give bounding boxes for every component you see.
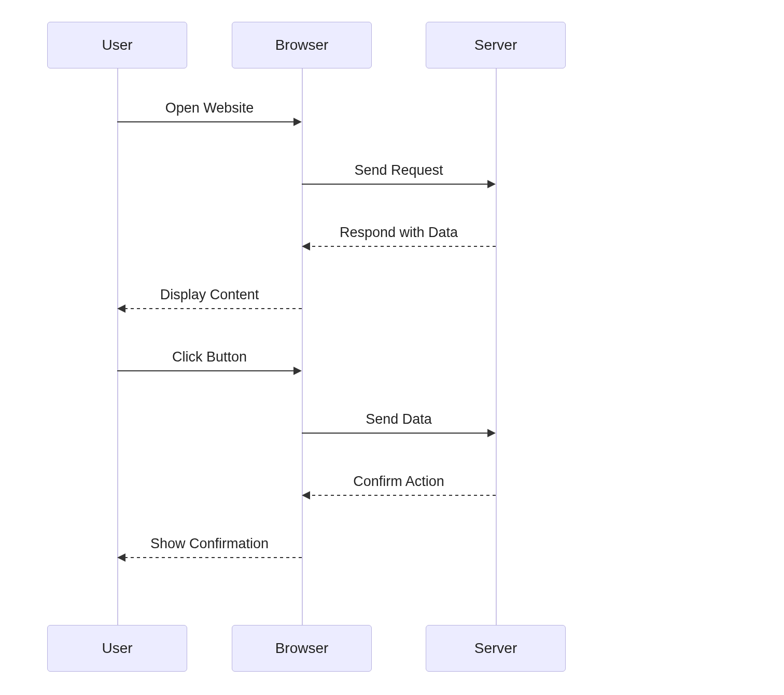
message-label-7: Show Confirmation <box>150 536 269 552</box>
svg-marker-15 <box>117 553 125 562</box>
actor-box-user-top: User <box>47 22 187 68</box>
svg-marker-9 <box>293 367 302 375</box>
svg-marker-1 <box>293 118 302 126</box>
lifeline-server <box>496 68 497 625</box>
message-label-5: Send Data <box>366 411 432 427</box>
message-label-4: Click Button <box>172 349 247 365</box>
svg-marker-5 <box>302 242 310 251</box>
actor-box-server-bottom: Server <box>426 625 566 672</box>
svg-marker-11 <box>487 429 496 437</box>
message-label-2: Respond with Data <box>340 225 458 241</box>
actor-box-server-top: Server <box>426 22 566 68</box>
svg-marker-3 <box>487 180 496 188</box>
lifeline-user <box>117 68 118 625</box>
lifeline-browser <box>302 68 303 625</box>
actor-box-browser-top: Browser <box>232 22 372 68</box>
message-label-6: Confirm Action <box>353 474 444 490</box>
svg-marker-13 <box>302 491 310 499</box>
sequence-diagram: UserUserBrowserBrowserServerServerOpen W… <box>0 0 784 695</box>
message-label-0: Open Website <box>165 100 254 116</box>
actor-box-user-bottom: User <box>47 625 187 672</box>
svg-marker-7 <box>117 304 125 313</box>
actor-box-browser-bottom: Browser <box>232 625 372 672</box>
message-label-3: Display Content <box>160 287 259 303</box>
message-label-1: Send Request <box>354 162 443 178</box>
